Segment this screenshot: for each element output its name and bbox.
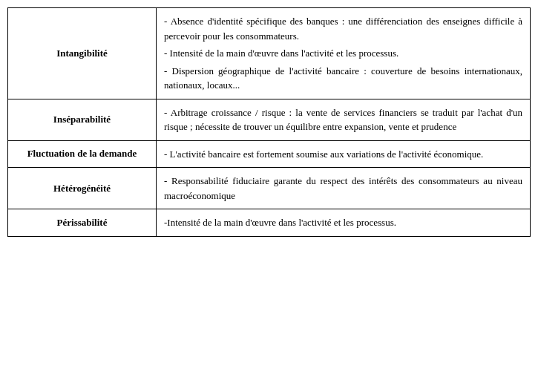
paragraph: - Intensité de la main d'œuvre dans l'ac… (164, 46, 522, 61)
row-content-heterogeneite: - Responsabilité fiduciaire garante du r… (157, 168, 531, 209)
row-label-intangibilite: Intangibilité (8, 8, 157, 99)
row-label-perissabilite: Périssabilité (8, 209, 157, 237)
row-content-fluctuation: - L'activité bancaire est fortement soum… (157, 140, 531, 168)
row-content-perissabilite: -Intensité de la main d'œuvre dans l'act… (157, 209, 531, 237)
paragraph: - Arbitrage croissance / risque : la ven… (164, 105, 522, 134)
paragraph: -Intensité de la main d'œuvre dans l'act… (164, 215, 522, 230)
characteristics-table: Intangibilité- Absence d'identité spécif… (7, 7, 531, 237)
row-label-inséparabilite: Inséparabilité (8, 99, 157, 140)
paragraph: - L'activité bancaire est fortement soum… (164, 147, 522, 162)
paragraph: - Responsabilité fiduciaire garante du r… (164, 174, 522, 203)
row-label-fluctuation: Fluctuation de la demande (8, 140, 157, 168)
row-content-inséparabilite: - Arbitrage croissance / risque : la ven… (157, 99, 531, 140)
row-content-intangibilite: - Absence d'identité spécifique des banq… (157, 8, 531, 99)
row-label-heterogeneite: Hétérogénéité (8, 168, 157, 209)
paragraph: - Absence d'identité spécifique des banq… (164, 14, 522, 43)
paragraph: - Dispersion géographique de l'activité … (164, 64, 522, 93)
